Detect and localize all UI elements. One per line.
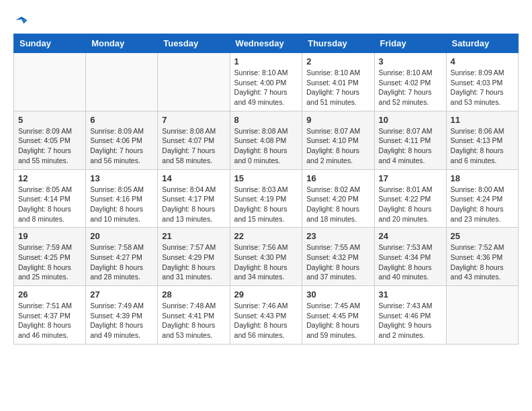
calendar-cell [446, 286, 518, 345]
calendar-cell: 28Sunrise: 7:48 AM Sunset: 4:41 PM Dayli… [158, 286, 230, 345]
calendar-cell: 7Sunrise: 8:08 AM Sunset: 4:07 PM Daylig… [158, 111, 230, 169]
calendar-cell: 9Sunrise: 8:07 AM Sunset: 4:10 PM Daylig… [302, 111, 374, 169]
calendar-cell: 20Sunrise: 7:58 AM Sunset: 4:27 PM Dayli… [86, 228, 158, 286]
day-number: 15 [234, 173, 298, 183]
day-info: Sunrise: 8:09 AM Sunset: 4:06 PM Dayligh… [90, 126, 153, 166]
day-info: Sunrise: 8:07 AM Sunset: 4:10 PM Dayligh… [306, 126, 369, 166]
calendar-week-row: 12Sunrise: 8:05 AM Sunset: 4:14 PM Dayli… [14, 169, 519, 228]
day-info: Sunrise: 7:53 AM Sunset: 4:34 PM Dayligh… [379, 242, 442, 282]
day-info: Sunrise: 8:07 AM Sunset: 4:11 PM Dayligh… [379, 126, 442, 166]
day-number: 4 [451, 56, 514, 66]
calendar-cell [158, 53, 230, 111]
calendar-cell: 31Sunrise: 7:43 AM Sunset: 4:46 PM Dayli… [374, 286, 446, 345]
page-header [13, 13, 519, 27]
calendar-cell: 6Sunrise: 8:09 AM Sunset: 4:06 PM Daylig… [86, 111, 158, 169]
day-info: Sunrise: 8:01 AM Sunset: 4:22 PM Dayligh… [379, 185, 442, 224]
day-number: 14 [162, 173, 225, 183]
day-number: 18 [451, 173, 514, 183]
calendar-cell: 26Sunrise: 7:51 AM Sunset: 4:37 PM Dayli… [14, 286, 86, 345]
day-info: Sunrise: 7:51 AM Sunset: 4:37 PM Dayligh… [18, 301, 81, 340]
day-number: 7 [162, 115, 225, 125]
calendar-week-row: 5Sunrise: 8:09 AM Sunset: 4:05 PM Daylig… [14, 111, 519, 169]
day-number: 26 [18, 289, 81, 300]
day-info: Sunrise: 7:46 AM Sunset: 4:43 PM Dayligh… [234, 301, 298, 340]
day-number: 16 [306, 173, 369, 183]
calendar-cell: 22Sunrise: 7:56 AM Sunset: 4:30 PM Dayli… [230, 228, 302, 286]
calendar-cell: 24Sunrise: 7:53 AM Sunset: 4:34 PM Dayli… [374, 228, 446, 286]
day-number: 10 [379, 115, 442, 125]
calendar-cell: 4Sunrise: 8:09 AM Sunset: 4:03 PM Daylig… [446, 53, 518, 111]
day-number: 21 [162, 231, 225, 241]
calendar-week-row: 19Sunrise: 7:59 AM Sunset: 4:25 PM Dayli… [14, 228, 519, 286]
day-number: 11 [451, 115, 514, 125]
day-number: 25 [451, 231, 514, 241]
day-number: 13 [90, 173, 153, 183]
calendar-week-row: 26Sunrise: 7:51 AM Sunset: 4:37 PM Dayli… [14, 286, 519, 345]
day-info: Sunrise: 7:56 AM Sunset: 4:30 PM Dayligh… [234, 242, 298, 282]
day-info: Sunrise: 8:09 AM Sunset: 4:03 PM Dayligh… [451, 68, 514, 107]
calendar-table: SundayMondayTuesdayWednesdayThursdayFrid… [13, 34, 519, 345]
calendar-cell: 18Sunrise: 8:00 AM Sunset: 4:24 PM Dayli… [446, 169, 518, 228]
day-number: 8 [234, 115, 298, 125]
day-number: 27 [90, 289, 153, 300]
day-info: Sunrise: 8:05 AM Sunset: 4:14 PM Dayligh… [18, 185, 81, 224]
day-info: Sunrise: 7:48 AM Sunset: 4:41 PM Dayligh… [162, 301, 225, 340]
day-number: 3 [379, 56, 442, 66]
day-number: 22 [234, 231, 298, 241]
calendar-cell: 3Sunrise: 8:10 AM Sunset: 4:02 PM Daylig… [374, 53, 446, 111]
day-info: Sunrise: 8:10 AM Sunset: 4:00 PM Dayligh… [234, 68, 298, 107]
day-number: 2 [306, 56, 369, 66]
calendar-cell: 23Sunrise: 7:55 AM Sunset: 4:32 PM Dayli… [302, 228, 374, 286]
day-info: Sunrise: 7:59 AM Sunset: 4:25 PM Dayligh… [18, 242, 81, 282]
day-number: 31 [379, 289, 442, 300]
calendar-cell: 8Sunrise: 8:08 AM Sunset: 4:08 PM Daylig… [230, 111, 302, 169]
day-info: Sunrise: 8:02 AM Sunset: 4:20 PM Dayligh… [306, 185, 369, 224]
day-number: 24 [379, 231, 442, 241]
day-info: Sunrise: 7:58 AM Sunset: 4:27 PM Dayligh… [90, 242, 153, 282]
day-number: 1 [234, 56, 298, 66]
calendar-cell: 16Sunrise: 8:02 AM Sunset: 4:20 PM Dayli… [302, 169, 374, 228]
calendar-cell: 1Sunrise: 8:10 AM Sunset: 4:00 PM Daylig… [230, 53, 302, 111]
day-of-week-header: Tuesday [158, 34, 230, 53]
day-number: 23 [306, 231, 369, 241]
day-number: 6 [90, 115, 153, 125]
day-number: 20 [90, 231, 153, 241]
calendar-cell: 25Sunrise: 7:52 AM Sunset: 4:36 PM Dayli… [446, 228, 518, 286]
day-number: 30 [306, 289, 369, 300]
day-info: Sunrise: 8:10 AM Sunset: 4:02 PM Dayligh… [379, 68, 442, 107]
calendar-cell: 5Sunrise: 8:09 AM Sunset: 4:05 PM Daylig… [14, 111, 86, 169]
calendar-cell: 27Sunrise: 7:49 AM Sunset: 4:39 PM Dayli… [86, 286, 158, 345]
day-info: Sunrise: 7:43 AM Sunset: 4:46 PM Dayligh… [379, 301, 442, 340]
day-number: 29 [234, 289, 298, 300]
calendar-cell: 10Sunrise: 8:07 AM Sunset: 4:11 PM Dayli… [374, 111, 446, 169]
day-number: 19 [18, 231, 81, 241]
day-number: 9 [306, 115, 369, 125]
calendar-cell: 19Sunrise: 7:59 AM Sunset: 4:25 PM Dayli… [14, 228, 86, 286]
day-number: 12 [18, 173, 81, 183]
calendar-cell: 21Sunrise: 7:57 AM Sunset: 4:29 PM Dayli… [158, 228, 230, 286]
day-of-week-header: Thursday [302, 34, 374, 53]
day-of-week-header: Wednesday [230, 34, 302, 53]
day-info: Sunrise: 7:52 AM Sunset: 4:36 PM Dayligh… [451, 242, 514, 282]
logo [13, 13, 28, 27]
day-info: Sunrise: 7:45 AM Sunset: 4:45 PM Dayligh… [306, 301, 369, 340]
logo-bird-icon [15, 13, 28, 27]
calendar-cell: 11Sunrise: 8:06 AM Sunset: 4:13 PM Dayli… [446, 111, 518, 169]
day-info: Sunrise: 8:08 AM Sunset: 4:08 PM Dayligh… [234, 126, 298, 166]
calendar-cell: 2Sunrise: 8:10 AM Sunset: 4:01 PM Daylig… [302, 53, 374, 111]
calendar-cell: 17Sunrise: 8:01 AM Sunset: 4:22 PM Dayli… [374, 169, 446, 228]
day-info: Sunrise: 8:05 AM Sunset: 4:16 PM Dayligh… [90, 185, 153, 224]
day-info: Sunrise: 7:49 AM Sunset: 4:39 PM Dayligh… [90, 301, 153, 340]
calendar-cell [14, 53, 86, 111]
day-info: Sunrise: 7:57 AM Sunset: 4:29 PM Dayligh… [162, 242, 225, 282]
svg-marker-0 [15, 17, 27, 20]
calendar-cell: 30Sunrise: 7:45 AM Sunset: 4:45 PM Dayli… [302, 286, 374, 345]
calendar-week-row: 1Sunrise: 8:10 AM Sunset: 4:00 PM Daylig… [14, 53, 519, 111]
day-info: Sunrise: 7:55 AM Sunset: 4:32 PM Dayligh… [306, 242, 369, 282]
calendar-cell: 29Sunrise: 7:46 AM Sunset: 4:43 PM Dayli… [230, 286, 302, 345]
day-of-week-header: Sunday [14, 34, 86, 53]
day-info: Sunrise: 8:09 AM Sunset: 4:05 PM Dayligh… [18, 126, 81, 166]
calendar-cell: 12Sunrise: 8:05 AM Sunset: 4:14 PM Dayli… [14, 169, 86, 228]
day-info: Sunrise: 8:06 AM Sunset: 4:13 PM Dayligh… [451, 126, 514, 166]
day-info: Sunrise: 8:08 AM Sunset: 4:07 PM Dayligh… [162, 126, 225, 166]
